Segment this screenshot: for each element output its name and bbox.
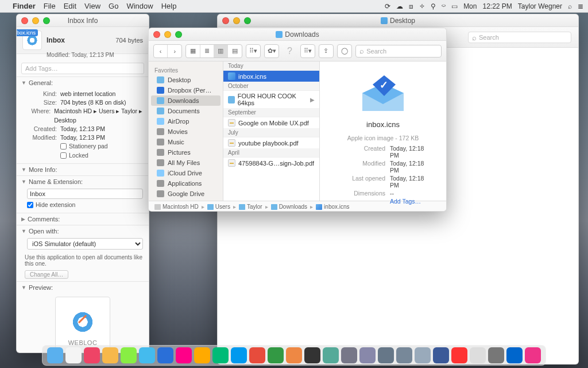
dock-app-icon[interactable] xyxy=(470,347,486,363)
menu-help[interactable]: Help xyxy=(161,2,177,10)
close-button[interactable] xyxy=(222,17,229,24)
action-button[interactable]: ✿▾ xyxy=(265,45,278,57)
dock-app-icon[interactable] xyxy=(396,347,412,363)
arrange-button[interactable]: ⠿▾ xyxy=(246,45,260,57)
path-segment[interactable]: Downloads xyxy=(271,204,307,210)
close-button[interactable] xyxy=(21,17,28,24)
dock-app-icon[interactable] xyxy=(157,347,173,363)
dock-app-icon[interactable] xyxy=(451,347,467,363)
dock-app-icon[interactable] xyxy=(286,347,302,363)
zoom-button[interactable] xyxy=(244,17,251,24)
status-icon[interactable]: ⟳ xyxy=(385,2,390,10)
section-preview[interactable]: ▼Preview: xyxy=(17,281,149,293)
section-openwith[interactable]: ▼Open with: xyxy=(17,225,149,237)
dock-app-icon[interactable] xyxy=(378,347,394,363)
share-button[interactable]: ⇪ xyxy=(319,45,333,57)
menu-edit[interactable]: Edit xyxy=(64,2,76,10)
sidebar-item[interactable]: Music xyxy=(149,137,223,147)
dock-app-icon[interactable] xyxy=(433,347,449,363)
minimize-button[interactable] xyxy=(32,17,39,24)
sidebar-item[interactable]: Documents xyxy=(149,106,223,116)
dock-app-icon[interactable] xyxy=(176,347,192,363)
dock-app-icon[interactable] xyxy=(65,347,82,363)
minimize-button[interactable] xyxy=(233,17,240,24)
menu-file[interactable]: File xyxy=(44,2,56,10)
menu-go[interactable]: Go xyxy=(109,2,118,10)
open-with-select[interactable]: iOS Simulator (default) xyxy=(27,238,143,250)
dock-app-icon[interactable] xyxy=(268,347,284,363)
dock-app-icon[interactable] xyxy=(415,347,431,363)
tags-button[interactable]: ◯ xyxy=(338,45,351,57)
dock-app-icon[interactable] xyxy=(506,347,523,363)
user-name[interactable]: Taylor Wegner xyxy=(518,2,562,10)
get-info-window[interactable]: Inbox Info inbox.icns Inbox 704 bytes Mo… xyxy=(16,14,149,353)
sidebar-item[interactable]: AirDrop xyxy=(149,116,223,126)
dock-app-icon[interactable] xyxy=(304,347,320,363)
sync-icon[interactable]: ✧ xyxy=(419,2,425,10)
dock-app-icon[interactable] xyxy=(488,347,504,363)
sidebar-item[interactable]: Pictures xyxy=(149,147,223,158)
app-menu[interactable]: Finder xyxy=(13,2,36,10)
hide-extension-checkbox[interactable] xyxy=(27,202,33,208)
sidebar-item[interactable]: All My Files xyxy=(149,158,223,168)
file-item[interactable]: Google on Mobile UX.pdf xyxy=(223,117,319,128)
clock-time[interactable]: 12:22 PM xyxy=(482,2,512,10)
dropbox-icon[interactable]: ⧈ xyxy=(409,2,413,10)
section-moreinfo[interactable]: ▼More Info: xyxy=(17,163,149,175)
back-button[interactable]: ‹ xyxy=(154,45,168,57)
coverflow-view-button[interactable]: ▤ xyxy=(228,45,242,57)
dock-app-icon[interactable] xyxy=(47,347,63,363)
titlebar[interactable]: Desktop xyxy=(218,14,578,27)
sidebar-item[interactable]: Downloads xyxy=(151,95,220,106)
icon-view-button[interactable]: ▦ xyxy=(186,45,200,57)
dock-app-icon[interactable] xyxy=(249,347,265,363)
search-field[interactable]: Search xyxy=(355,45,442,57)
group-button[interactable]: ⠿▾ xyxy=(301,45,315,57)
sidebar-item[interactable]: Applications xyxy=(149,178,223,189)
minimize-button[interactable] xyxy=(164,31,171,38)
file-item[interactable]: youtube playbook.pdf xyxy=(223,137,319,148)
cloud-icon[interactable]: ☁ xyxy=(396,2,403,10)
dock-app-icon[interactable] xyxy=(231,347,247,363)
battery-icon[interactable]: ▭ xyxy=(451,2,458,10)
menu-window[interactable]: Window xyxy=(126,2,153,10)
zoom-button[interactable] xyxy=(43,17,50,24)
list-view-button[interactable]: ≣ xyxy=(200,45,214,57)
dock-app-icon[interactable] xyxy=(121,347,137,363)
stationery-checkbox[interactable] xyxy=(60,143,67,150)
file-item[interactable]: inbox.icns xyxy=(223,71,319,82)
search-field[interactable]: Search xyxy=(468,32,571,43)
dock-app-icon[interactable] xyxy=(359,347,376,363)
path-segment[interactable]: Taylor xyxy=(239,204,262,210)
dock-app-icon[interactable] xyxy=(323,347,339,363)
file-item[interactable]: FOUR HOUR COOK 64kps▶ xyxy=(223,91,319,108)
zoom-button[interactable] xyxy=(175,31,182,38)
path-segment[interactable]: Users xyxy=(207,204,230,210)
close-button[interactable] xyxy=(153,31,160,38)
file-item[interactable]: 47598843-G…sign-Job.pdf xyxy=(223,158,319,168)
path-segment[interactable]: inbox.icns xyxy=(316,204,349,210)
name-field[interactable] xyxy=(27,189,143,199)
add-tags-field[interactable]: Add Tags… xyxy=(21,63,144,74)
menu-view[interactable]: View xyxy=(84,2,100,10)
sidebar-item[interactable]: Dropbox (Per… xyxy=(149,85,223,95)
sidebar-item[interactable]: Desktop xyxy=(149,75,223,85)
column-view-button[interactable]: ▥ xyxy=(214,45,228,57)
change-all-button[interactable]: Change All… xyxy=(25,270,68,279)
dock[interactable] xyxy=(42,345,546,366)
dock-app-icon[interactable] xyxy=(84,347,100,363)
section-general[interactable]: ▼General: xyxy=(17,76,149,89)
help-button[interactable]: ? xyxy=(283,45,296,57)
dock-app-icon[interactable] xyxy=(194,347,210,363)
sidebar-item[interactable]: Movies xyxy=(149,126,223,137)
sidebar-item[interactable]: iCloud Drive xyxy=(149,168,223,178)
section-name-extension[interactable]: ▼Name & Extension: xyxy=(17,175,149,187)
clock-day[interactable]: Mon xyxy=(463,2,477,10)
dock-app-icon[interactable] xyxy=(525,347,541,363)
locked-checkbox[interactable] xyxy=(60,152,67,159)
finder-window-downloads[interactable]: Downloads ‹ › ▦ ≣ ▥ ▤ ⠿▾ ✿▾ ? ⠿▾ ⇪ ◯ Sea… xyxy=(148,28,447,212)
dock-app-icon[interactable] xyxy=(341,347,357,363)
sidebar-item[interactable]: Google Drive xyxy=(149,189,223,199)
spotlight-icon[interactable]: ⌕ xyxy=(568,2,572,10)
forward-button[interactable]: › xyxy=(168,45,181,57)
